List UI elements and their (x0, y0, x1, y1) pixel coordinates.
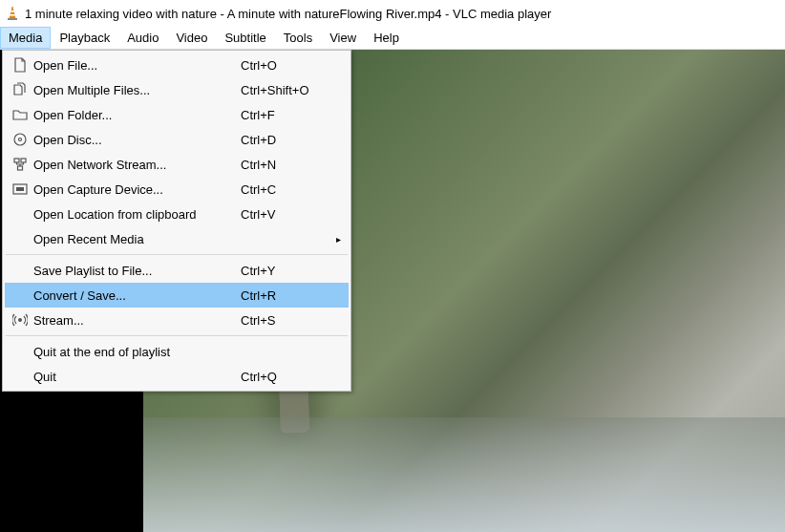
menu-item-shortcut: Ctrl+Q (241, 370, 331, 384)
network-icon (9, 155, 32, 174)
folder-icon (9, 105, 32, 124)
menubar: MediaPlaybackAudioVideoSubtitleToolsView… (0, 27, 785, 50)
media-menu-dropdown: Open File...Ctrl+OOpen Multiple Files...… (2, 50, 351, 392)
menu-item-label: Open Location from clipboard (32, 207, 241, 222)
media-menu-open-network-stream[interactable]: Open Network Stream...Ctrl+N (5, 152, 349, 177)
menu-media[interactable]: Media (0, 27, 51, 49)
media-menu-open-capture-device[interactable]: Open Capture Device...Ctrl+C (5, 177, 349, 202)
media-menu-open-folder[interactable]: Open Folder...Ctrl+F (5, 102, 349, 127)
window-title: 1 minute relaxing video with nature - A … (25, 7, 551, 21)
media-menu-quit-at-the-end-of-playlist[interactable]: Quit at the end of playlist (5, 339, 349, 364)
menu-view[interactable]: View (321, 27, 365, 49)
menu-separator (6, 335, 348, 336)
stream-icon (9, 310, 32, 330)
menu-item-label: Save Playlist to File... (32, 264, 241, 278)
no-icon (9, 261, 32, 280)
media-menu-open-multiple-files[interactable]: Open Multiple Files...Ctrl+Shift+O (5, 77, 349, 102)
window-titlebar: 1 minute relaxing video with nature - A … (0, 0, 785, 27)
svg-rect-1 (11, 11, 14, 12)
svg-rect-6 (14, 159, 19, 162)
svg-point-4 (14, 134, 26, 145)
menu-item-label: Stream... (32, 313, 241, 328)
menu-separator (6, 254, 348, 255)
no-icon (9, 286, 32, 305)
svg-point-5 (19, 138, 22, 141)
media-menu-save-playlist-to-file[interactable]: Save Playlist to File...Ctrl+Y (5, 258, 349, 283)
menu-item-label: Open Capture Device... (32, 182, 241, 197)
no-icon (9, 204, 32, 223)
no-icon (9, 342, 32, 361)
svg-point-11 (18, 318, 22, 322)
menu-item-shortcut: Ctrl+C (241, 182, 331, 197)
menu-item-label: Quit (32, 370, 241, 384)
menu-item-label: Open Network Stream... (32, 158, 241, 172)
media-menu-quit[interactable]: QuitCtrl+Q (5, 364, 349, 389)
menu-audio[interactable]: Audio (118, 27, 167, 49)
menu-video[interactable]: Video (167, 27, 216, 49)
menu-item-shortcut: Ctrl+Shift+O (241, 83, 331, 97)
menu-item-label: Open Folder... (32, 108, 241, 122)
svg-rect-3 (8, 18, 17, 20)
menu-item-shortcut: Ctrl+Y (241, 264, 331, 278)
menu-subtitle[interactable]: Subtitle (216, 27, 274, 49)
menu-item-shortcut: Ctrl+D (241, 133, 331, 147)
no-icon (9, 229, 32, 248)
svg-rect-7 (21, 159, 26, 162)
media-menu-convert-save[interactable]: Convert / Save...Ctrl+R (5, 283, 349, 308)
menu-item-shortcut: Ctrl+N (241, 158, 331, 172)
media-menu-open-file[interactable]: Open File...Ctrl+O (5, 53, 349, 77)
menu-item-shortcut: Ctrl+V (241, 207, 331, 222)
media-menu-open-disc[interactable]: Open Disc...Ctrl+D (5, 127, 349, 152)
menu-item-label: Open Recent Media (32, 232, 241, 246)
menu-item-label: Quit at the end of playlist (32, 345, 241, 359)
svg-rect-8 (18, 166, 23, 170)
menu-item-label: Open Disc... (32, 133, 241, 147)
menu-help[interactable]: Help (365, 27, 408, 49)
disc-icon (9, 130, 32, 149)
menu-tools[interactable]: Tools (275, 27, 321, 49)
media-menu-open-recent-media[interactable]: Open Recent Media▸ (5, 226, 349, 251)
svg-marker-0 (10, 7, 15, 18)
menu-item-label: Open Multiple Files... (32, 83, 241, 97)
menu-item-label: Open File... (32, 58, 241, 73)
media-menu-open-location-from-clipboard[interactable]: Open Location from clipboardCtrl+V (5, 202, 349, 226)
svg-rect-2 (10, 14, 15, 16)
files-icon (9, 80, 32, 99)
menu-item-shortcut: Ctrl+F (241, 108, 331, 122)
no-icon (9, 367, 32, 386)
svg-rect-10 (16, 187, 24, 191)
menu-playback[interactable]: Playback (51, 27, 118, 49)
menu-item-shortcut: Ctrl+R (241, 288, 331, 303)
capture-icon (9, 180, 32, 199)
file-icon (9, 55, 32, 74)
vlc-cone-icon (6, 6, 19, 21)
media-menu-stream[interactable]: Stream...Ctrl+S (5, 308, 349, 332)
menu-item-shortcut: Ctrl+O (241, 58, 331, 73)
menu-item-shortcut: Ctrl+S (241, 313, 331, 328)
menu-item-label: Convert / Save... (32, 288, 241, 303)
submenu-arrow-icon: ▸ (331, 234, 345, 245)
